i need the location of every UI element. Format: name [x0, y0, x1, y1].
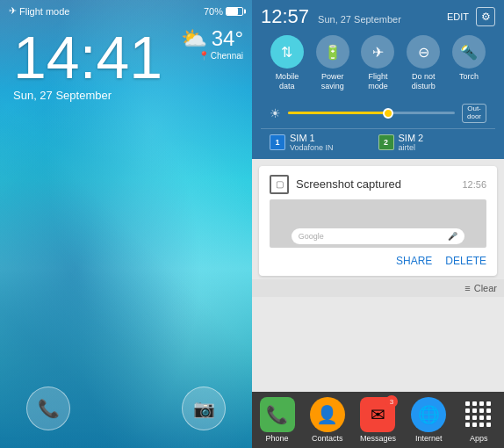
delete-button[interactable]: DELETE [445, 255, 486, 267]
notification-header: ▢ Screenshot captured 12:56 [270, 175, 486, 194]
sim2-info: SIM 2 airtel [399, 133, 424, 152]
notification-panel: 12:57 Sun, 27 September EDIT ⚙ ⇅ Mobiled… [252, 0, 504, 448]
dock-phone[interactable]: 📞 Phone [260, 397, 295, 443]
sim2-item[interactable]: 2 SIM 2 airtel [378, 133, 487, 152]
flight-mode-status: ✈ Flight mode [9, 5, 69, 17]
phone-app-icon: 📞 [260, 397, 295, 432]
power-saving-icon: 🔋 [316, 35, 349, 69]
dock-contacts[interactable]: 👤 Contacts [310, 397, 345, 443]
preview-google-label: Google [299, 232, 324, 241]
dock-apps-label: Apps [470, 434, 488, 443]
app-dock: 📞 Phone 👤 Contacts ✉ 3 Messages 🌐 Intern… [252, 392, 504, 448]
quick-settings-header: 12:57 Sun, 27 September EDIT ⚙ ⇅ Mobiled… [252, 0, 504, 159]
mobile-data-icon: ⇅ [270, 35, 304, 69]
dock-messages-label: Messages [360, 434, 396, 443]
camera-icon: 📷 [193, 398, 215, 419]
flight-mode-toggle-icon: ✈ [361, 35, 394, 69]
dock-internet[interactable]: 🌐 Internet [411, 397, 446, 443]
outdoor-button[interactable]: Out- door [462, 104, 486, 123]
dock-contacts-label: Contacts [312, 434, 343, 443]
brightness-fill [288, 112, 388, 114]
phone-shortcut[interactable]: 📞 [26, 387, 70, 430]
notification-left: ▢ Screenshot captured [270, 175, 401, 194]
flight-mode-icon: ✈ [9, 5, 17, 17]
sim1-badge: 1 [270, 134, 285, 150]
qs-time: 12:57 [261, 5, 309, 28]
screenshot-notif-icon: ▢ [270, 175, 289, 194]
battery-icon [226, 7, 243, 16]
qs-top-row: 12:57 Sun, 27 September EDIT ⚙ [261, 5, 495, 28]
notification-title: Screenshot captured [296, 177, 401, 191]
outdoor-label: Out- door [463, 105, 486, 121]
dock-phone-label: Phone [266, 434, 289, 443]
left-status-bar: ✈ Flight mode 70% [0, 0, 252, 18]
preview-mic-icon: 🎤 [448, 232, 457, 241]
brightness-thumb [383, 108, 393, 119]
qs-date: Sun, 27 September [318, 14, 401, 25]
weather-temperature: ⛅ 34° [181, 26, 243, 51]
toggle-mobile-data-label: Mobiledata [276, 72, 299, 91]
notification-bar-footer: ≡ Clear [252, 279, 504, 297]
battery-percent: 70% [204, 6, 223, 17]
settings-button[interactable]: ⚙ [476, 7, 495, 26]
notification-actions: SHARE DELETE [270, 255, 486, 267]
sim-row: 1 SIM 1 Vodafone IN 2 SIM 2 airtel [261, 128, 495, 159]
screenshot-notification: ▢ Screenshot captured 12:56 Google 🎤 SHA… [259, 166, 497, 276]
dnd-icon: ⊖ [407, 35, 440, 69]
toggle-mobile-data[interactable]: ⇅ Mobiledata [270, 35, 304, 91]
toggle-flight-mode[interactable]: ✈ Flightmode [361, 35, 394, 91]
toggle-do-not-disturb[interactable]: ⊖ Do notdisturb [407, 35, 440, 91]
toggle-torch[interactable]: 🔦 Torch [452, 35, 486, 91]
apps-grid-icon [461, 397, 496, 432]
brightness-slider[interactable] [288, 112, 455, 114]
notification-area: ▢ Screenshot captured 12:56 Google 🎤 SHA… [252, 159, 504, 392]
location-pin-icon: 📍 [198, 51, 209, 61]
lock-screen: ✈ Flight mode 70% 14:41 Sun, 27 Septembe… [0, 0, 252, 448]
sim2-carrier: airtel [399, 143, 424, 152]
sim1-info: SIM 1 Vodafone IN [290, 133, 334, 152]
toggle-dnd-label: Do notdisturb [412, 72, 436, 91]
toggle-power-saving-label: Powersaving [321, 72, 344, 91]
torch-icon: 🔦 [452, 35, 486, 69]
sim1-carrier: Vodafone IN [290, 143, 334, 152]
toggle-torch-label: Torch [459, 72, 479, 82]
brightness-icon: ☀ [270, 106, 281, 120]
lock-date: Sun, 27 September [13, 89, 239, 102]
dock-internet-label: Internet [415, 434, 443, 443]
sim1-item[interactable]: 1 SIM 1 Vodafone IN [270, 133, 378, 152]
weather-widget: ⛅ 34° 📍 Chennai [181, 26, 243, 61]
notification-time: 12:56 [462, 179, 486, 190]
brightness-row: ☀ Out- door [261, 100, 495, 128]
screenshot-preview: Google 🎤 [270, 199, 486, 248]
phone-icon: 📞 [38, 398, 60, 419]
sim2-name: SIM 2 [399, 133, 424, 143]
qs-controls: EDIT ⚙ [447, 7, 495, 26]
flight-mode-label: Flight mode [19, 6, 69, 17]
lock-screen-shortcuts: 📞 📷 [0, 387, 252, 430]
messages-badge: 3 [385, 395, 398, 408]
internet-app-icon: 🌐 [411, 397, 446, 432]
clear-label: Clear [474, 283, 497, 293]
battery-area: 70% [204, 6, 243, 17]
dock-messages[interactable]: ✉ 3 Messages [360, 397, 396, 443]
qs-time-date: 12:57 Sun, 27 September [261, 5, 401, 28]
contacts-app-icon: 👤 [310, 397, 345, 432]
camera-shortcut[interactable]: 📷 [182, 387, 226, 430]
temperature-value: 34° [212, 26, 243, 51]
preview-search-bar: Google 🎤 [292, 228, 465, 244]
weather-location: 📍 Chennai [198, 51, 243, 61]
clear-icon: ≡ [464, 283, 470, 293]
toggle-power-saving[interactable]: 🔋 Powersaving [316, 35, 349, 91]
sim2-badge: 2 [378, 134, 394, 150]
toggle-flight-mode-label: Flightmode [368, 72, 388, 91]
sim1-name: SIM 1 [290, 133, 334, 143]
weather-icon: ⛅ [181, 26, 207, 51]
quick-toggle-row: ⇅ Mobiledata 🔋 Powersaving ✈ Flightmode … [261, 35, 495, 100]
edit-button[interactable]: EDIT [447, 11, 469, 22]
share-button[interactable]: SHARE [396, 255, 432, 267]
dock-apps[interactable]: Apps [461, 397, 496, 443]
location-name: Chennai [211, 51, 243, 61]
clear-all-button[interactable]: ≡ Clear [464, 283, 497, 293]
gear-icon: ⚙ [481, 11, 491, 23]
